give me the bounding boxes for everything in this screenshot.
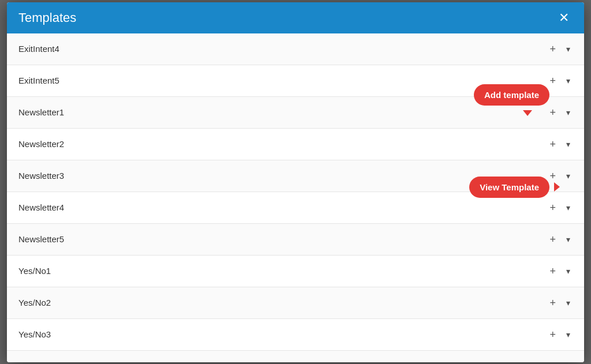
add-template-button[interactable]: + — [547, 43, 558, 55]
add-template-button[interactable]: + — [547, 74, 558, 87]
row-actions: +▾ — [547, 360, 573, 362]
templates-modal: Templates ✕ Add template View Template E… — [7, 2, 584, 362]
template-name: ExitIntent4 — [18, 44, 59, 54]
template-row: Newsletter2+▾ — [7, 129, 584, 160]
dropdown-button[interactable]: ▾ — [564, 76, 573, 86]
dropdown-button[interactable]: ▾ — [564, 107, 573, 118]
template-row: Newsletter4+▾ — [7, 192, 584, 224]
template-row: ExitIntent5+▾ — [7, 65, 584, 97]
add-template-button[interactable]: + — [547, 233, 558, 246]
row-actions: +▾ — [547, 328, 573, 341]
row-actions: +▾ — [547, 74, 573, 87]
template-name: Yes/No1 — [18, 266, 51, 276]
modal-header: Templates ✕ — [7, 2, 584, 33]
template-list: ExitIntent4+▾ExitIntent5+▾Newsletter1+▾N… — [7, 33, 584, 362]
dropdown-button[interactable]: ▾ — [564, 361, 573, 362]
add-template-button[interactable]: + — [547, 360, 558, 362]
row-actions: +▾ — [547, 138, 573, 151]
modal-body: Add template View Template ExitIntent4+▾… — [7, 33, 584, 362]
row-actions: +▾ — [547, 201, 573, 214]
template-row: Newsletter1+▾ — [7, 97, 584, 129]
add-template-button[interactable]: + — [547, 138, 558, 151]
template-name: Newsletter2 — [18, 139, 64, 149]
row-actions: +▾ — [547, 265, 573, 277]
dropdown-button[interactable]: ▾ — [564, 171, 573, 181]
add-template-button[interactable]: + — [547, 328, 558, 341]
template-row: Yes/No3+▾ — [7, 319, 584, 351]
template-name: Yes/No3 — [18, 329, 51, 339]
template-row: Yes/No4+▾ — [7, 351, 584, 362]
template-name: Yes/No2 — [18, 298, 51, 307]
row-actions: +▾ — [547, 106, 573, 119]
template-row: Newsletter5+▾ — [7, 224, 584, 256]
row-actions: +▾ — [547, 233, 573, 246]
dropdown-button[interactable]: ▾ — [564, 139, 573, 149]
row-actions: +▾ — [547, 43, 573, 55]
dropdown-button[interactable]: ▾ — [564, 234, 573, 245]
template-row: ExitIntent4+▾ — [7, 33, 584, 65]
dropdown-button[interactable]: ▾ — [564, 329, 573, 340]
add-template-button[interactable]: + — [547, 170, 558, 182]
template-name: ExitIntent5 — [18, 76, 59, 85]
template-row: Yes/No1+▾ — [7, 256, 584, 287]
dropdown-button[interactable]: ▾ — [564, 298, 573, 308]
template-name: Newsletter5 — [18, 234, 64, 244]
dropdown-button[interactable]: ▾ — [564, 44, 573, 54]
row-actions: +▾ — [547, 170, 573, 182]
add-template-button[interactable]: + — [547, 106, 558, 119]
add-template-button[interactable]: + — [547, 297, 558, 309]
modal-title: Templates — [18, 10, 76, 25]
close-button[interactable]: ✕ — [555, 10, 573, 25]
template-name: Newsletter4 — [18, 202, 64, 212]
template-name: Newsletter1 — [18, 107, 64, 117]
template-row: Newsletter3+▾ — [7, 160, 584, 192]
row-actions: +▾ — [547, 297, 573, 309]
add-template-button[interactable]: + — [547, 265, 558, 277]
add-template-button[interactable]: + — [547, 201, 558, 214]
dropdown-button[interactable]: ▾ — [564, 266, 573, 276]
template-row: Yes/No2+▾ — [7, 287, 584, 319]
dropdown-button[interactable]: ▾ — [564, 202, 573, 213]
template-name: Yes/No4 — [18, 361, 51, 362]
template-name: Newsletter3 — [18, 171, 64, 181]
